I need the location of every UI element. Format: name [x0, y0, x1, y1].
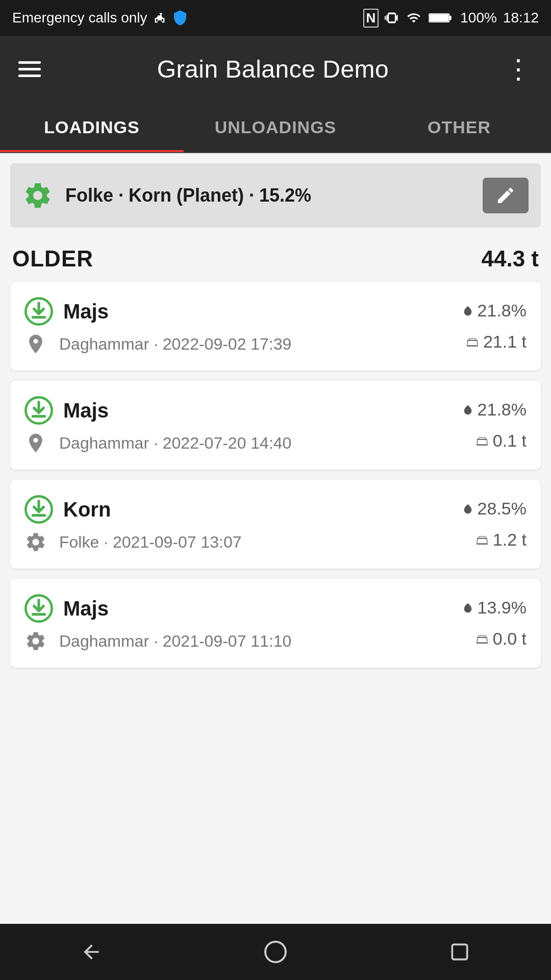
list-item[interactable]: Korn Folke · 2021-09-07 13:07 28.5% 1.2 … [10, 480, 541, 569]
weight-icon [475, 533, 489, 547]
list-container: Majs Daghammar · 2022-09-02 17:39 21.8% … [10, 282, 541, 668]
moisture-value: 13.9% [462, 598, 527, 618]
item-subtitle: Daghammar · 2022-07-20 14:40 [59, 434, 291, 453]
usb-icon [153, 11, 167, 25]
svg-rect-2 [430, 14, 449, 22]
settings-label: Folke · Korn (Planet) · 15.2% [65, 185, 311, 206]
item-name: Majs [63, 597, 109, 620]
download-circle-icon [24, 396, 53, 425]
status-left: Emergency calls only [12, 10, 188, 26]
more-options-button[interactable]: ⋮ [505, 56, 533, 82]
weight-value: 1.2 t [475, 530, 527, 550]
hamburger-button[interactable] [18, 61, 41, 77]
droplet-icon [462, 403, 473, 417]
item-subtitle: Daghammar · 2022-09-02 17:39 [59, 335, 291, 354]
app-title: Grain Balance Demo [157, 55, 389, 83]
home-button[interactable] [243, 932, 308, 972]
battery-icon [429, 11, 454, 25]
home-circle-icon [263, 940, 288, 964]
tabs-bar: LOADINGS UNLOADINGS OTHER [0, 102, 551, 153]
list-item[interactable]: Majs Daghammar · 2021-09-07 11:10 13.9% … [10, 579, 541, 668]
section-header: OLDER 44.3 t [10, 246, 541, 272]
download-circle-icon [24, 297, 53, 326]
weight-value: 0.1 t [475, 431, 527, 451]
main-content: Folke · Korn (Planet) · 15.2% OLDER 44.3… [0, 153, 551, 924]
recents-icon [448, 941, 471, 963]
item-name: Majs [63, 300, 109, 323]
bottom-nav [0, 924, 551, 980]
app-bar: Grain Balance Demo ⋮ [0, 36, 551, 102]
status-text: Emergency calls only [12, 10, 147, 26]
item-name: Korn [63, 498, 111, 521]
svg-point-11 [265, 942, 286, 962]
moisture-value: 21.8% [462, 400, 527, 420]
edit-button[interactable] [483, 178, 529, 213]
item-subtitle: Folke · 2021-09-07 13:07 [59, 533, 242, 552]
droplet-icon [462, 304, 473, 318]
shield-icon [172, 10, 188, 26]
droplet-icon [462, 502, 473, 516]
moisture-value: 21.8% [462, 301, 527, 321]
wifi-icon [405, 11, 422, 25]
svg-rect-1 [449, 16, 452, 20]
gear-icon [22, 180, 53, 211]
weight-icon [475, 434, 489, 448]
svg-rect-12 [452, 944, 467, 959]
gear-small-icon [24, 531, 47, 553]
back-icon [80, 941, 103, 963]
settings-card: Folke · Korn (Planet) · 15.2% [10, 163, 541, 228]
list-item[interactable]: Majs Daghammar · 2022-09-02 17:39 21.8% … [10, 282, 541, 371]
section-title: OLDER [12, 246, 93, 272]
status-bar: Emergency calls only N 100% 18:12 [0, 0, 551, 36]
weight-icon [475, 632, 489, 646]
moisture-value: 28.5% [462, 499, 527, 519]
download-circle-icon [24, 594, 53, 623]
time: 18:12 [503, 10, 539, 26]
item-subtitle: Daghammar · 2021-09-07 11:10 [59, 632, 291, 651]
tab-other[interactable]: OTHER [367, 102, 551, 152]
location-pin-icon [24, 333, 47, 355]
weight-value: 0.0 t [475, 629, 527, 649]
vibrate-icon [385, 11, 399, 25]
location-pin-icon [24, 432, 47, 454]
back-button[interactable] [60, 933, 123, 971]
status-right: N 100% 18:12 [363, 9, 539, 28]
tab-unloadings[interactable]: UNLOADINGS [184, 102, 367, 152]
droplet-icon [462, 601, 473, 615]
weight-icon [466, 335, 479, 349]
tab-loadings[interactable]: LOADINGS [0, 102, 184, 152]
item-name: Majs [63, 399, 109, 422]
list-item[interactable]: Majs Daghammar · 2022-07-20 14:40 21.8% … [10, 381, 541, 470]
pencil-icon [495, 185, 516, 206]
battery-percent: 100% [460, 10, 497, 26]
recents-button[interactable] [428, 933, 491, 971]
nfc-icon: N [363, 9, 379, 28]
download-circle-icon [24, 495, 53, 524]
weight-value: 21.1 t [466, 332, 527, 352]
section-total: 44.3 t [481, 246, 539, 272]
gear-small-icon [24, 630, 47, 652]
